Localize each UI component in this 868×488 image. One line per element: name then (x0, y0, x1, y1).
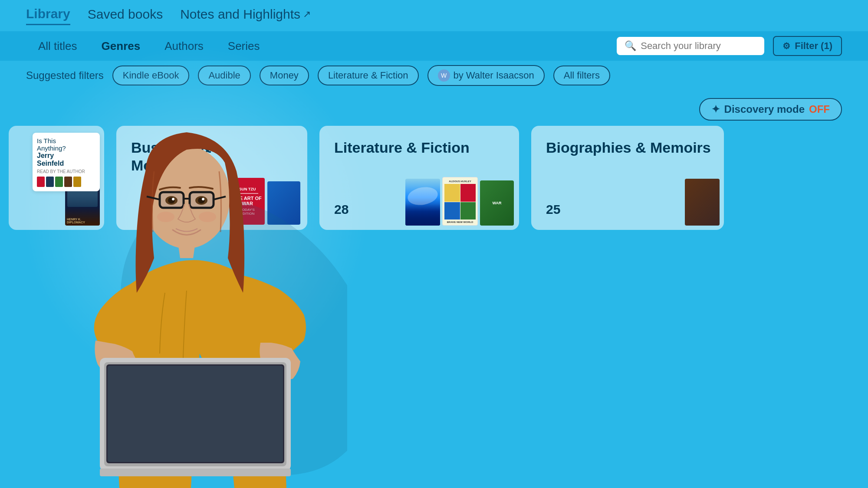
chip-literature-fiction-label: Literature & Fiction (328, 70, 408, 81)
nav-tab-saved-books[interactable]: Saved books (88, 7, 163, 24)
top-nav: Library Saved books Notes and Highlights… (0, 0, 868, 31)
chip-by-walter-isaacson[interactable]: W by Walter Isaacson (427, 65, 545, 86)
filter-button[interactable]: ⚙ Filter (1) (773, 36, 842, 56)
discovery-mode-label: Discovery mode (724, 103, 805, 115)
walter-isaacson-avatar: W (438, 69, 450, 82)
literature-fiction-title: Literature & Fiction (334, 139, 506, 157)
chip-by-walter-label: by Walter Isaacson (454, 70, 534, 81)
biographies-memoirs-title: Biographies & Memoirs (546, 139, 711, 157)
chip-all-filters-label: All filters (564, 70, 600, 81)
small-book-author-2: Seinfeld (37, 160, 95, 167)
small-book-read-by: READ BY THE AUTHOR (37, 169, 95, 174)
business-money-title: Business &Money (131, 139, 294, 174)
literature-fiction-count: 28 (334, 202, 506, 217)
small-book-title-line: Anything? (37, 144, 95, 152)
genre-card-biographies-memoirs[interactable]: Biographies & Memoirs 25 (531, 126, 724, 230)
genre-card-partial[interactable]: HENRY K. DIPLOMACY Is This Anything? Jer… (9, 126, 104, 230)
small-book-top-line: Is This (37, 137, 95, 144)
svg-rect-5 (100, 468, 291, 476)
chip-literature-fiction[interactable]: Literature & Fiction (318, 66, 419, 85)
nav-tab-notes-highlights[interactable]: Notes and Highlights ↗ (180, 7, 311, 24)
filter-icon: ⚙ (783, 41, 790, 51)
genre-cards-row: HENRY K. DIPLOMACY Is This Anything? Jer… (0, 126, 868, 230)
filter-label: Filter (1) (795, 40, 832, 52)
genre-card-business-money[interactable]: Business &Money SUN TZU THE ART OF WAR T… (116, 126, 307, 230)
search-box[interactable]: 🔍 (617, 37, 764, 55)
search-input[interactable] (641, 40, 756, 52)
discovery-icon: ✦ (711, 103, 720, 115)
sub-nav-right: 🔍 ⚙ Filter (1) (617, 36, 842, 56)
is-this-anything-card: Is This Anything? Jerry Seinfeld READ BY… (33, 133, 100, 191)
discovery-mode-button[interactable]: ✦ Discovery mode OFF (699, 98, 842, 121)
small-book-author-1: Jerry (37, 152, 95, 160)
external-link-icon: ↗ (303, 9, 311, 20)
discovery-mode-status: OFF (809, 103, 830, 115)
sub-nav-all-titles[interactable]: All titles (26, 35, 89, 57)
biographies-memoirs-count: 25 (546, 202, 711, 217)
chip-all-filters[interactable]: All filters (553, 66, 610, 85)
search-icon: 🔍 (625, 40, 636, 52)
genre-card-literature-fiction[interactable]: Literature & Fiction 28 ALDOUS HUXLEY BR… (319, 126, 519, 230)
nav-tab-library[interactable]: Library (26, 7, 70, 25)
